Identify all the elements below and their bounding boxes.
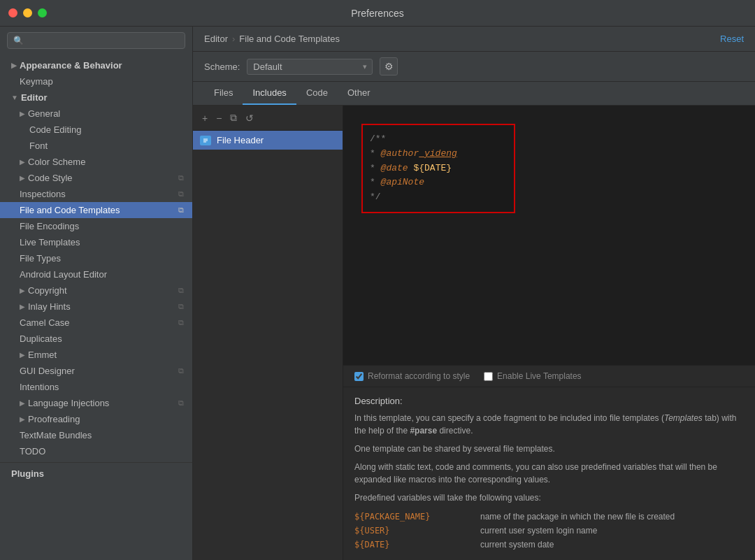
scheme-select-wrapper: Default Project	[247, 59, 373, 75]
tab-files[interactable]: Files	[204, 82, 243, 105]
var-name-package: ${PACKAGE_NAME}	[354, 512, 480, 522]
sidebar-item-general[interactable]: ▶ General	[0, 106, 192, 122]
maximize-button[interactable]	[38, 8, 47, 17]
copy-icon: ⧉	[178, 399, 184, 408]
template-list: + − ⧉ ↺ File Header	[193, 106, 343, 560]
chevron-right-icon: ▶	[20, 303, 25, 310]
code-line-2: * @author yideng	[370, 147, 507, 161]
search-input[interactable]	[28, 36, 179, 45]
sidebar-item-label: Inspections	[20, 189, 66, 199]
content-panel: Editor › File and Code Templates Reset S…	[193, 27, 755, 560]
template-item-file-header[interactable]: File Header	[193, 131, 343, 150]
chevron-down-icon: ▼	[11, 94, 18, 101]
description-panel: Description: In this template, you can s…	[343, 387, 755, 560]
sidebar-item-plugins[interactable]: Plugins	[0, 462, 192, 482]
code-star2: *	[370, 163, 381, 173]
description-text-4: Predefined variables will take the follo…	[354, 491, 744, 504]
sidebar-item-intentions[interactable]: Intentions	[0, 379, 192, 395]
checkbox-row: Reformat according to style Enable Live …	[343, 365, 755, 387]
sidebar-item-camel-case[interactable]: Camel Case ⧉	[0, 315, 192, 331]
reset-template-button[interactable]: ↺	[242, 110, 257, 126]
sidebar-item-file-encodings[interactable]: File Encodings	[0, 218, 192, 234]
reformat-label: Reformat according to style	[368, 371, 470, 381]
sidebar-item-label: Duplicates	[20, 333, 62, 344]
sidebar-item-font[interactable]: Font	[0, 138, 192, 154]
code-date-var: ${DATE}	[413, 163, 452, 173]
code-line-3: * @date ${DATE}	[370, 161, 507, 176]
sidebar-item-appearance[interactable]: ▶ Appearance & Behavior	[0, 57, 192, 73]
copy-icon: ⧉	[178, 206, 184, 215]
sidebar-item-gui-designer[interactable]: GUI Designer ⧉	[0, 363, 192, 379]
description-text-2: One template can be shared by several fi…	[354, 443, 744, 455]
sidebar-item-language-injections[interactable]: ▶ Language Injections ⧉	[0, 395, 192, 411]
window-controls	[8, 8, 47, 17]
sidebar-item-label: Font	[29, 141, 48, 151]
sidebar-item-live-templates[interactable]: Live Templates	[0, 234, 192, 250]
sidebar-item-android-layout[interactable]: Android Layout Editor	[0, 266, 192, 282]
reformat-checkbox[interactable]	[354, 372, 364, 381]
sidebar-item-label: Appearance & Behavior	[20, 60, 122, 71]
sidebar-item-emmet[interactable]: ▶ Emmet	[0, 347, 192, 363]
description-title: Description:	[354, 396, 744, 406]
sidebar-item-duplicates[interactable]: Duplicates	[0, 331, 192, 347]
code-template-block: /** * @author yideng * @date ${DATE} * @…	[361, 124, 515, 213]
scheme-select[interactable]: Default Project	[247, 59, 373, 75]
var-row-user: ${USER} current user system login name	[354, 524, 744, 538]
remove-template-button[interactable]: −	[213, 110, 225, 126]
sidebar-item-inspections[interactable]: Inspections ⧉	[0, 186, 192, 202]
sidebar-item-label: Code Style	[28, 173, 73, 183]
sidebar-item-editor[interactable]: ▼ Editor	[0, 89, 192, 106]
sidebar-item-label: Copyright	[28, 285, 67, 296]
sidebar-item-proofreading[interactable]: ▶ Proofreading	[0, 411, 192, 427]
copy-icon: ⧉	[178, 366, 184, 375]
sidebar-item-textmate[interactable]: TextMate Bundles	[0, 427, 192, 443]
nav-tree: ▶ Appearance & Behavior Keymap ▼ Editor …	[0, 55, 192, 560]
sidebar-item-todo[interactable]: TODO	[0, 443, 192, 459]
chevron-right-icon: ▶	[20, 351, 25, 359]
tab-other[interactable]: Other	[338, 82, 380, 105]
close-button[interactable]	[8, 8, 17, 17]
breadcrumb-parent: Editor	[204, 34, 228, 44]
sidebar-item-label: GUI Designer	[20, 366, 75, 376]
sidebar-item-keymap[interactable]: Keymap	[0, 73, 192, 89]
template-file-icon	[200, 136, 211, 145]
content-header: Editor › File and Code Templates Reset	[193, 27, 755, 52]
search-box[interactable]: 🔍	[7, 32, 185, 49]
live-templates-checkbox[interactable]	[484, 372, 493, 381]
copy-icon: ⧉	[178, 173, 184, 182]
code-line-5: */	[370, 190, 507, 205]
tab-code[interactable]: Code	[296, 82, 338, 105]
sidebar-item-file-types[interactable]: File Types	[0, 250, 192, 266]
gear-button[interactable]: ⚙	[380, 57, 398, 76]
search-icon: 🔍	[13, 36, 24, 45]
var-row-package: ${PACKAGE_NAME} name of the package in w…	[354, 510, 744, 524]
sidebar-item-color-scheme[interactable]: ▶ Color Scheme	[0, 154, 192, 170]
code-annotation-author: @author	[381, 148, 419, 159]
var-desc-user: current user system login name	[480, 526, 597, 536]
code-editor[interactable]: /** * @author yideng * @date ${DATE} * @…	[343, 106, 755, 365]
reformat-checkbox-label[interactable]: Reformat according to style	[354, 371, 470, 381]
description-text-3: Along with static text, code and comment…	[354, 461, 744, 486]
add-template-button[interactable]: +	[199, 110, 211, 126]
reset-button[interactable]: Reset	[720, 34, 744, 44]
sidebar-item-label: Keymap	[20, 76, 53, 87]
live-templates-checkbox-label[interactable]: Enable Live Templates	[484, 371, 582, 381]
main-layout: 🔍 ▶ Appearance & Behavior Keymap ▼ Edito…	[0, 27, 755, 560]
var-row-date: ${DATE} current system date	[354, 538, 744, 552]
minimize-button[interactable]	[23, 8, 32, 17]
sidebar-item-file-code-templates[interactable]: File and Code Templates ⧉	[0, 202, 192, 218]
sidebar-item-copyright[interactable]: ▶ Copyright ⧉	[0, 282, 192, 299]
sidebar-item-code-editing[interactable]: Code Editing	[0, 122, 192, 138]
templates-italic: Templates	[664, 413, 703, 423]
code-line-4: * @apiNote	[370, 175, 507, 190]
var-desc-date: current system date	[480, 540, 554, 550]
chevron-right-icon: ▶	[20, 399, 25, 407]
copy-template-button[interactable]: ⧉	[226, 110, 240, 126]
live-templates-label: Enable Live Templates	[497, 371, 582, 381]
tab-includes[interactable]: Includes	[243, 82, 296, 105]
copy-icon: ⧉	[178, 286, 184, 295]
code-comment: /**	[370, 134, 386, 144]
sidebar-item-code-style[interactable]: ▶ Code Style ⧉	[0, 170, 192, 186]
sidebar-item-inlay-hints[interactable]: ▶ Inlay Hints ⧉	[0, 299, 192, 315]
var-name-user: ${USER}	[354, 526, 480, 536]
